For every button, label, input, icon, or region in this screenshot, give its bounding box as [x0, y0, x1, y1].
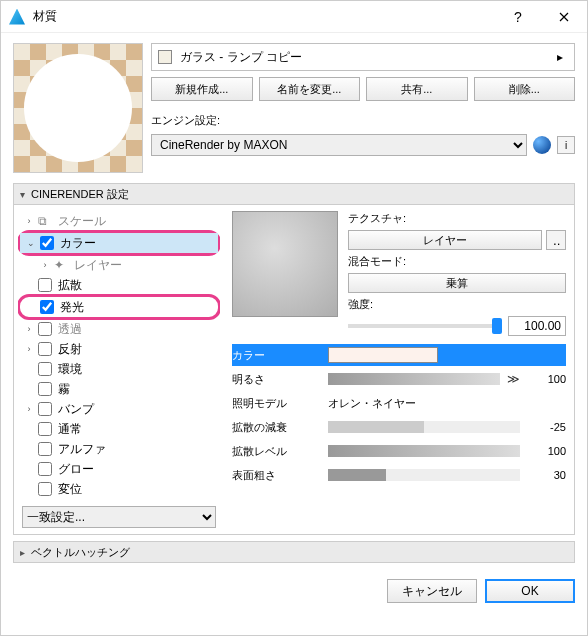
rename-button[interactable]: 名前を変更...: [259, 77, 361, 101]
highlight-color: ⌄ カラー: [18, 230, 220, 256]
tree-environment[interactable]: 環境: [18, 359, 220, 379]
prop-diff-level[interactable]: 拡散レベル 100: [232, 440, 566, 462]
tree-environment-checkbox[interactable]: [38, 362, 52, 376]
strength-input[interactable]: [508, 316, 566, 336]
engine-label: エンジン設定:: [151, 113, 575, 128]
prop-roughness[interactable]: 表面粗さ 30: [232, 464, 566, 486]
material-swatch: [158, 50, 172, 64]
tree-color[interactable]: ⌄ カラー: [20, 233, 218, 253]
engine-info-button[interactable]: i: [557, 136, 575, 154]
help-button[interactable]: ?: [495, 1, 541, 33]
tree-fog[interactable]: 霧: [18, 379, 220, 399]
delete-button[interactable]: 削除...: [474, 77, 576, 101]
strength-slider[interactable]: [348, 324, 502, 328]
tree-bump[interactable]: › バンプ: [18, 399, 220, 419]
tree-bump-checkbox[interactable]: [38, 402, 52, 416]
prop-illum-model[interactable]: 照明モデル オレン・ネイヤー: [232, 392, 566, 414]
material-dropdown-icon[interactable]: ▸: [552, 50, 568, 64]
chevron-right-icon: ▸: [20, 547, 25, 558]
app-icon: [9, 9, 25, 25]
window-title: 材質: [33, 8, 495, 25]
vector-hatching-header[interactable]: ▸ ベクトルハッチング: [13, 541, 575, 563]
ok-button[interactable]: OK: [485, 579, 575, 603]
material-name-text: ガラス - ランプ コピー: [180, 49, 302, 66]
highlight-luminance: 発光: [18, 294, 220, 320]
tree-alpha[interactable]: アルファ: [18, 439, 220, 459]
tree-reflection[interactable]: › 反射: [18, 339, 220, 359]
cinerender-section-header[interactable]: ▾ CINERENDER 設定: [13, 183, 575, 205]
chevron-down-icon: ▾: [20, 189, 25, 200]
tree-grass[interactable]: › 芝生: [18, 499, 220, 502]
texture-preview: [232, 211, 338, 317]
diff-level-bar[interactable]: [328, 445, 520, 457]
tree-luminance[interactable]: 発光: [20, 297, 218, 317]
texture-layer-button[interactable]: レイヤー: [348, 230, 542, 250]
tree-displacement-checkbox[interactable]: [38, 482, 52, 496]
diff-atten-bar[interactable]: [328, 421, 520, 433]
tree-layer[interactable]: › ✦ レイヤー: [18, 255, 220, 275]
expand-icon[interactable]: ≫: [506, 372, 520, 386]
tree-diffuse[interactable]: 拡散: [18, 275, 220, 295]
new-button[interactable]: 新規作成...: [151, 77, 253, 101]
tree-glow[interactable]: グロー: [18, 459, 220, 479]
blendmode-label: 混合モード:: [348, 254, 566, 269]
blendmode-button[interactable]: 乗算: [348, 273, 566, 293]
prop-diff-atten[interactable]: 拡散の減衰 -25: [232, 416, 566, 438]
tree-glow-checkbox[interactable]: [38, 462, 52, 476]
channel-tree: › ⧉ スケール ⌄ カラー › ✦ レイヤー: [18, 211, 220, 502]
texture-browse-button[interactable]: ..: [546, 230, 566, 250]
slider-thumb[interactable]: [492, 318, 502, 334]
tree-normal[interactable]: 通常: [18, 419, 220, 439]
tree-diffuse-checkbox[interactable]: [38, 278, 52, 292]
match-settings-select[interactable]: 一致設定...: [22, 506, 216, 528]
texture-label: テクスチャ:: [348, 211, 566, 226]
engine-icon: [533, 136, 551, 154]
tree-reflection-checkbox[interactable]: [38, 342, 52, 356]
close-button[interactable]: [541, 1, 587, 33]
prop-brightness[interactable]: 明るさ ≫ 100: [232, 368, 566, 390]
cinerender-section-title: CINERENDER 設定: [31, 187, 129, 202]
titlebar: 材質 ?: [1, 1, 587, 33]
share-button[interactable]: 共有...: [366, 77, 468, 101]
tree-scale[interactable]: › ⧉ スケール: [18, 211, 220, 231]
tree-fog-checkbox[interactable]: [38, 382, 52, 396]
tree-transparency-checkbox[interactable]: [38, 322, 52, 336]
engine-select[interactable]: CineRender by MAXON: [151, 134, 527, 156]
tree-normal-checkbox[interactable]: [38, 422, 52, 436]
material-name-field[interactable]: ガラス - ランプ コピー ▸: [151, 43, 575, 71]
tree-displacement[interactable]: 変位: [18, 479, 220, 499]
color-swatch[interactable]: [328, 347, 438, 363]
material-preview: [13, 43, 143, 173]
brightness-bar[interactable]: [328, 373, 500, 385]
tree-color-checkbox[interactable]: [40, 236, 54, 250]
tree-luminance-checkbox[interactable]: [40, 300, 54, 314]
prop-color[interactable]: カラー: [232, 344, 566, 366]
tree-transparency[interactable]: › 透過: [18, 319, 220, 339]
vector-hatching-title: ベクトルハッチング: [31, 545, 130, 560]
tree-alpha-checkbox[interactable]: [38, 442, 52, 456]
strength-label: 強度:: [348, 297, 566, 312]
roughness-bar[interactable]: [328, 469, 520, 481]
cancel-button[interactable]: キャンセル: [387, 579, 477, 603]
